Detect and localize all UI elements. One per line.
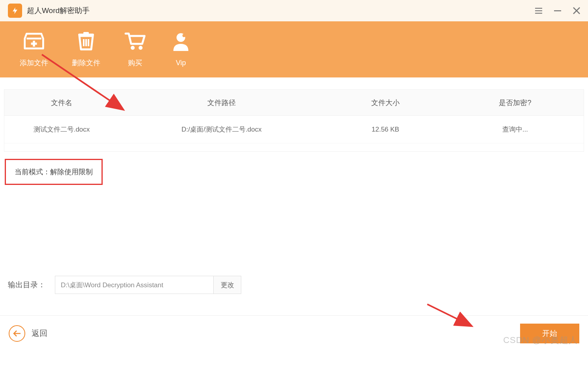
svg-rect-7 [31,43,37,45]
add-file-button[interactable]: 添加文件 [20,31,48,68]
output-group: 更改 [55,276,241,294]
svg-point-16 [182,34,186,37]
svg-point-13 [131,46,135,50]
delete-file-label: 删除文件 [72,58,100,68]
back-button[interactable]: 返回 [9,325,47,342]
bottom-bar: 返回 开始 [0,315,588,351]
change-output-button[interactable]: 更改 [213,276,241,294]
vip-label: Vip [176,59,186,67]
window-controls [535,7,580,14]
th-encrypted: 是否加密? [447,98,584,107]
cell-filesize: 12.56 KB [324,126,447,134]
back-arrow-icon [9,325,25,342]
buy-button[interactable]: 购买 [124,31,146,68]
cell-encrypted: 查询中... [447,125,584,134]
toolbar: 添加文件 删除文件 购买 [0,21,588,77]
app-title: 超人Word解密助手 [27,6,90,16]
hamburger-icon [535,8,542,14]
table-header-row: 文件名 文件路径 文件大小 是否加密? [4,90,584,116]
th-filepath: 文件路径 [119,98,324,107]
svg-point-14 [139,46,143,50]
buy-label: 购买 [128,58,142,68]
cell-filepath: D:/桌面/测试文件二号.docx [119,125,324,134]
svg-rect-0 [535,8,542,9]
app-logo [8,4,22,18]
cart-icon [124,31,146,51]
output-label: 输出目录： [8,280,45,290]
user-icon [170,32,192,52]
titlebar: 超人Word解密助手 [0,0,588,21]
minimize-button[interactable] [554,7,561,14]
back-label: 返回 [32,328,47,339]
add-file-label: 添加文件 [20,58,48,68]
th-filename: 文件名 [4,98,119,107]
svg-rect-10 [83,39,85,46]
content-area: 文件名 文件路径 文件大小 是否加密? 测试文件二号.docx D:/桌面/测试… [0,77,588,185]
menu-button[interactable] [535,7,542,14]
titlebar-left: 超人Word解密助手 [8,4,90,18]
output-row: 输出目录： 更改 [8,276,241,294]
cell-filename: 测试文件二号.docx [4,125,119,134]
lightning-icon [11,6,19,15]
vip-button[interactable]: Vip [170,32,192,67]
svg-rect-11 [85,39,87,46]
table-footer [4,143,584,151]
watermark: CSDN @小奥超人 [503,334,578,346]
delete-file-button[interactable]: 删除文件 [72,31,100,68]
add-file-icon [23,31,45,51]
th-filesize: 文件大小 [324,98,447,107]
svg-rect-1 [535,10,542,11]
svg-rect-3 [554,10,561,11]
svg-rect-2 [535,13,542,13]
trash-icon [75,31,97,51]
close-button[interactable] [573,7,580,14]
minimize-icon [554,7,561,14]
close-icon [573,7,580,14]
file-table: 文件名 文件路径 文件大小 是否加密? 测试文件二号.docx D:/桌面/测试… [4,89,584,152]
table-row[interactable]: 测试文件二号.docx D:/桌面/测试文件二号.docx 12.56 KB 查… [4,116,584,143]
output-path-input[interactable] [55,276,213,294]
svg-rect-9 [83,32,89,34]
mode-indicator: 当前模式：解除使用限制 [5,159,103,185]
svg-rect-12 [88,39,89,46]
